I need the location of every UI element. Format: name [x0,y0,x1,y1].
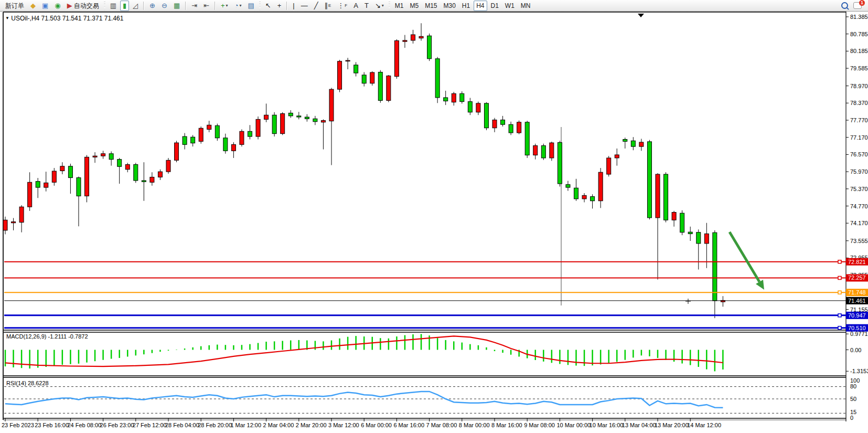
icon-subscript: E [328,1,331,10]
dropdown-caret-icon[interactable]: ▾ [239,1,241,10]
time-label: 8 Mar 00:00 [459,422,490,428]
bear-candle [362,75,366,83]
zoom-in-icon[interactable]: ⊕ [147,1,158,11]
dropdown-caret-icon[interactable]: ▾ [226,1,228,10]
chart-header: ▼ USOil-,H4 71.503 71.541 71.371 71.461 [5,15,123,22]
vertical-line-icon: | [293,1,294,10]
line-handle [838,276,841,279]
line-chart-icon[interactable]: ◿ [130,1,141,11]
time-label: 10 Mar 16:00 [590,422,624,428]
crosshair-icon[interactable]: + [275,1,284,11]
time-label: 13 Mar 04:00 [622,422,656,428]
bear-candle [215,125,219,138]
time-label: 8 Mar 16:00 [491,422,522,428]
bull-candle [598,172,603,201]
bear-candle [680,213,684,233]
tf-m15[interactable]: M15 [422,1,440,11]
bull-candle [370,72,374,83]
tf-h4-label: H4 [476,1,484,10]
bear-candle [305,117,309,119]
auto-trading-button: ▶ [67,1,72,10]
price-tag-label: 70.947 [848,312,866,319]
time-label: 9 Mar 08:00 [524,422,555,428]
cursor-icon: ↖ [265,1,271,10]
bull-candle [672,213,676,220]
tf-m1[interactable]: M1 [392,1,406,11]
bar-chart-icon[interactable]: ▥ [108,1,119,11]
trend-arrow[interactable] [730,232,764,290]
macd-pane: 0.97710.00-1.3153 [5,331,868,374]
market-watch-icon[interactable]: ◆ [28,1,38,11]
tf-m5[interactable]: M5 [407,1,421,11]
auto-scroll-icon[interactable]: ⇥ [189,1,200,11]
vertical-line-icon[interactable]: | [290,1,297,11]
tf-mn[interactable]: MN [518,1,533,11]
arrows-icon[interactable]: ↘▾ [372,1,387,11]
bull-candle [175,143,179,160]
search-icon[interactable] [841,2,848,9]
bull-candle [639,142,644,146]
cursor-icon[interactable]: ↖ [263,1,274,11]
svg-text:81.385: 81.385 [850,14,868,20]
text-icon[interactable]: A [351,1,361,11]
bear-candle [354,65,358,73]
bull-candle [19,207,24,222]
bear-candle [435,59,440,98]
bear-candle [541,146,545,158]
text-label-icon[interactable]: T [362,1,371,11]
bear-candle [288,113,293,115]
chart-template-icon: ▤ [248,1,254,10]
trendline-icon[interactable]: ╱ [312,1,321,11]
indicators-icon[interactable]: +▾ [218,1,231,11]
bear-candle [713,233,717,301]
signal-icon[interactable]: ◉ [52,1,63,11]
main-toolbar: 新订单◆▣◉▶自动交易▥▮◿⊕⊖▦⇥⇤+▾◔▾▤↖+|—╱∥E⋮FAT↘▾M1M… [0,0,868,12]
svg-text:50: 50 [850,396,856,402]
periods-icon[interactable]: ◔▾ [232,1,244,11]
svg-text:80.185: 80.185 [850,48,868,54]
bear-candle [509,124,513,133]
tf-w1[interactable]: W1 [502,1,517,11]
candlestick-chart-icon[interactable]: ▮ [120,1,129,11]
tf-m30[interactable]: M30 [441,1,458,11]
bear-candle [427,36,432,59]
line-chart-icon: ◿ [133,1,138,10]
svg-text:77.770: 77.770 [850,117,868,123]
time-label: 23 Feb 16:00 [35,422,69,428]
svg-text:77.170: 77.170 [850,134,868,141]
symbol-dropdown-icon[interactable]: ▼ [5,16,9,20]
bull-candle [607,158,611,174]
new-order-button[interactable]: 新订单 [3,1,27,11]
level-lines[interactable]: 72.82172.25771.74871.46170.94770.510 [4,258,868,332]
line-handle [838,326,841,330]
tf-h1[interactable]: H1 [459,1,473,11]
bull-candle [704,234,709,244]
time-label: 7 Mar 08:00 [426,422,457,428]
bull-candle [615,155,619,158]
accounts-icon[interactable]: ▣ [39,1,51,11]
time-label: 6 Mar 16:00 [393,422,424,428]
tf-d1[interactable]: D1 [488,1,501,11]
price-tag-label: 71.461 [848,298,866,304]
bear-candle [591,197,595,201]
equidistant-channel-icon[interactable]: ∥E [322,1,334,11]
bar-chart-icon: ▥ [110,1,116,10]
bear-candle [664,174,668,220]
signal-icon: ◉ [55,1,60,10]
chart-template-icon[interactable]: ▤ [245,1,257,11]
horizontal-line-icon[interactable]: — [298,1,310,11]
dropdown-caret-icon[interactable]: ▾ [382,1,384,10]
bull-candle [550,143,554,158]
price-tag-label: 70.510 [848,325,866,331]
chat-icon[interactable]: 1 [853,2,862,9]
chart-shift-icon[interactable]: ⇤ [201,1,212,11]
zoom-out-icon[interactable]: ⊖ [159,1,170,11]
zoom-out-icon: ⊖ [162,1,167,10]
svg-text:0: 0 [850,415,853,421]
auto-trading-button[interactable]: ▶自动交易 [65,1,102,11]
down-arrow-object[interactable] [730,232,759,282]
tf-h4[interactable]: H4 [474,1,487,11]
tile-windows-icon[interactable]: ▦ [171,1,183,11]
bull-candle [281,113,285,133]
fibonacci-icon[interactable]: ⋮F [335,1,350,11]
